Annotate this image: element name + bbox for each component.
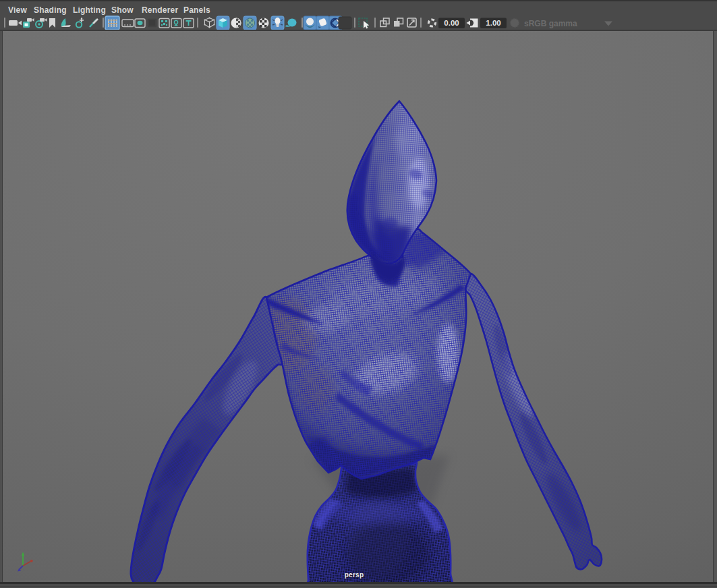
svg-text:sRGB gamma: sRGB gamma [524,19,577,28]
svg-text:0.00: 0.00 [444,19,459,27]
svg-text:1.00: 1.00 [486,19,500,27]
